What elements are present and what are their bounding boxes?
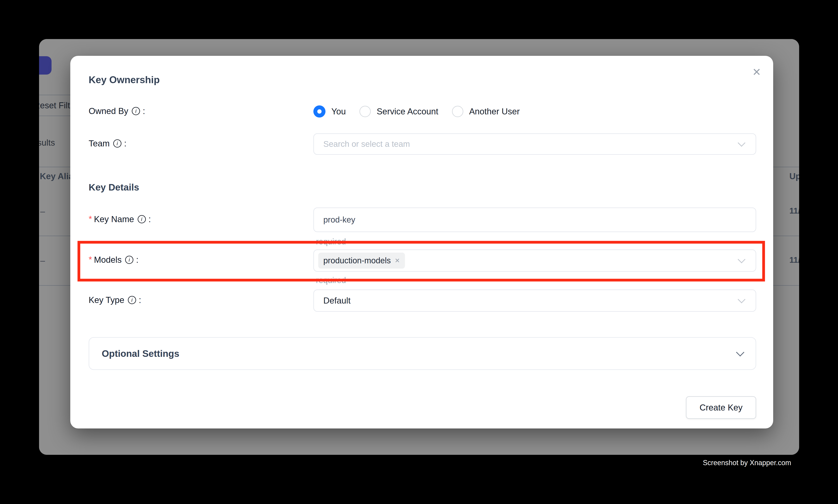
modal-title: Key Ownership — [89, 74, 160, 86]
colon: : — [124, 139, 126, 148]
radio-option-another-user[interactable]: Another User — [452, 106, 520, 117]
info-icon[interactable]: i — [132, 107, 140, 115]
chevron-down-icon — [736, 348, 744, 356]
radio-option-service-account[interactable]: Service Account — [359, 106, 438, 117]
radio-label: You — [331, 107, 346, 116]
required-asterisk: * — [89, 214, 92, 224]
screenshot-canvas: Reset Filters results Key Alias Updated … — [0, 0, 838, 504]
team-label-text: Team — [89, 139, 110, 148]
highlight-annotation — [77, 241, 765, 282]
radio-label: Another User — [469, 107, 520, 116]
optional-settings-label: Optional Settings — [102, 348, 179, 359]
owned-by-label: Owned By i : — [89, 106, 145, 116]
key-type-selected-value: Default — [323, 296, 351, 305]
create-key-button[interactable]: Create Key — [686, 396, 756, 419]
chevron-down-icon — [738, 295, 746, 303]
radio-unselected-icon — [359, 106, 371, 117]
info-icon[interactable]: i — [113, 139, 122, 148]
colon: : — [139, 295, 141, 305]
radio-unselected-icon — [452, 106, 463, 117]
close-icon[interactable]: ✕ — [752, 67, 761, 77]
key-name-input[interactable] — [314, 208, 756, 232]
team-select-placeholder: Search or select a team — [323, 139, 410, 149]
radio-option-you[interactable]: You — [314, 105, 346, 118]
info-glyph: i — [141, 216, 142, 222]
colon: : — [143, 106, 145, 116]
key-details-heading: Key Details — [89, 182, 139, 193]
chevron-down-icon — [738, 139, 746, 147]
info-glyph: i — [131, 297, 132, 303]
colon: : — [148, 214, 151, 224]
info-icon[interactable]: i — [128, 296, 136, 304]
key-name-label: * Key Name i : — [89, 214, 151, 224]
owned-by-radio-group: You Service Account Another User — [314, 105, 520, 118]
watermark: Screenshot by Xnapper.com — [703, 459, 791, 467]
owned-by-label-text: Owned By — [89, 106, 128, 116]
key-type-label-text: Key Type — [89, 295, 124, 305]
team-label: Team i : — [89, 139, 126, 148]
info-icon[interactable]: i — [138, 215, 146, 223]
info-glyph: i — [117, 141, 118, 147]
team-select[interactable]: Search or select a team — [314, 133, 756, 155]
key-type-select[interactable]: Default — [314, 289, 756, 312]
radio-selected-icon — [314, 105, 325, 118]
radio-label: Service Account — [377, 107, 438, 116]
optional-settings-toggle[interactable]: Optional Settings — [89, 337, 756, 370]
key-type-label: Key Type i : — [89, 295, 141, 305]
info-glyph: i — [135, 108, 137, 114]
key-name-label-text: Key Name — [94, 214, 134, 224]
